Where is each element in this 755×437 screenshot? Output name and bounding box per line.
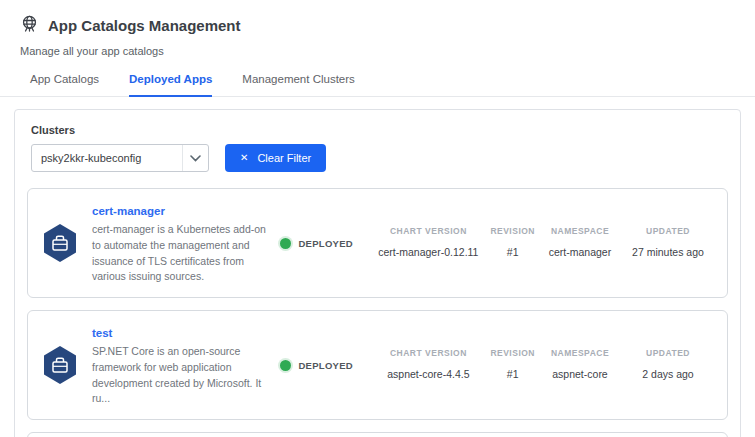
clear-filter-button[interactable]: ✕ Clear Filter	[225, 144, 326, 172]
tab-management-clusters[interactable]: Management Clusters	[242, 73, 355, 96]
namespace-column: NAMESPACE cert-manager	[539, 226, 621, 259]
page-title: App Catalogs Management	[48, 17, 241, 34]
app-card: test01 Appsmith is an open source platfo…	[27, 432, 728, 437]
updated-label: UPDATED	[625, 348, 711, 358]
app-catalogs-icon	[20, 14, 39, 37]
page-header: App Catalogs Management	[0, 0, 755, 37]
app-name-link[interactable]: cert-manager	[92, 205, 165, 217]
clear-filter-label: Clear Filter	[257, 152, 311, 164]
app-info: test SP.NET Core is an open-source frame…	[92, 323, 280, 407]
close-icon: ✕	[240, 153, 248, 163]
updated-value: 2 days ago	[625, 367, 711, 381]
revision-label: REVISION	[490, 226, 535, 236]
chevron-down-icon[interactable]	[182, 145, 208, 171]
updated-column: UPDATED 2 days ago	[621, 348, 715, 381]
namespace-label: NAMESPACE	[543, 226, 617, 236]
chart-version-label: CHART VERSION	[374, 226, 482, 236]
status-label: DEPLOYED	[298, 360, 353, 371]
tab-app-catalogs[interactable]: App Catalogs	[30, 73, 99, 96]
filter-row: psky2kkr-kubeconfig ✕ Clear Filter	[31, 144, 728, 172]
chart-version-column: CHART VERSION cert-manager-0.12.11	[370, 226, 486, 259]
chart-version-column: CHART VERSION aspnet-core-4.4.5	[370, 348, 486, 381]
namespace-label: NAMESPACE	[543, 348, 617, 358]
revision-value: #1	[490, 245, 535, 259]
deployed-apps-panel: Clusters psky2kkr-kubeconfig ✕ Clear Fil…	[14, 109, 741, 437]
updated-value: 27 minutes ago	[625, 245, 711, 259]
updated-column: UPDATED 27 minutes ago	[621, 226, 715, 259]
page-subtitle: Manage all your app catalogs	[0, 45, 755, 57]
namespace-column: NAMESPACE aspnet-core	[539, 348, 621, 381]
app-catalogs-management-page: App Catalogs Management Manage all your …	[0, 0, 755, 437]
clusters-filter-label: Clusters	[31, 124, 728, 136]
deployed-apps-list: cert-manager cert-manager is a Kubernete…	[27, 188, 728, 437]
revision-column: REVISION #1	[486, 226, 539, 259]
chart-version-value: cert-manager-0.12.11	[374, 245, 482, 259]
status-badge: DEPLOYED	[280, 360, 370, 371]
app-description: SP.NET Core is an open-source framework …	[92, 344, 270, 407]
chart-version-value: aspnet-core-4.4.5	[374, 367, 482, 381]
app-info: cert-manager cert-manager is a Kubernete…	[92, 201, 280, 285]
app-hexagon-icon	[40, 222, 80, 264]
namespace-value: cert-manager	[543, 245, 617, 259]
revision-label: REVISION	[490, 348, 535, 358]
tab-bar: App Catalogs Deployed Apps Management Cl…	[0, 73, 755, 97]
app-description: cert-manager is a Kubernetes add-on to a…	[92, 222, 270, 285]
cluster-select-value: psky2kkr-kubeconfig	[32, 152, 141, 164]
status-dot-icon	[280, 238, 291, 249]
namespace-value: aspnet-core	[543, 367, 617, 381]
app-card: test SP.NET Core is an open-source frame…	[27, 310, 728, 420]
app-name-link[interactable]: test	[92, 327, 112, 339]
revision-value: #1	[490, 367, 535, 381]
cluster-select[interactable]: psky2kkr-kubeconfig	[31, 144, 209, 172]
chart-version-label: CHART VERSION	[374, 348, 482, 358]
updated-label: UPDATED	[625, 226, 711, 236]
status-badge: DEPLOYED	[280, 238, 370, 249]
status-dot-icon	[280, 360, 291, 371]
app-hexagon-icon	[40, 344, 80, 386]
revision-column: REVISION #1	[486, 348, 539, 381]
tab-deployed-apps[interactable]: Deployed Apps	[129, 73, 212, 97]
status-label: DEPLOYED	[298, 238, 353, 249]
app-card: cert-manager cert-manager is a Kubernete…	[27, 188, 728, 298]
